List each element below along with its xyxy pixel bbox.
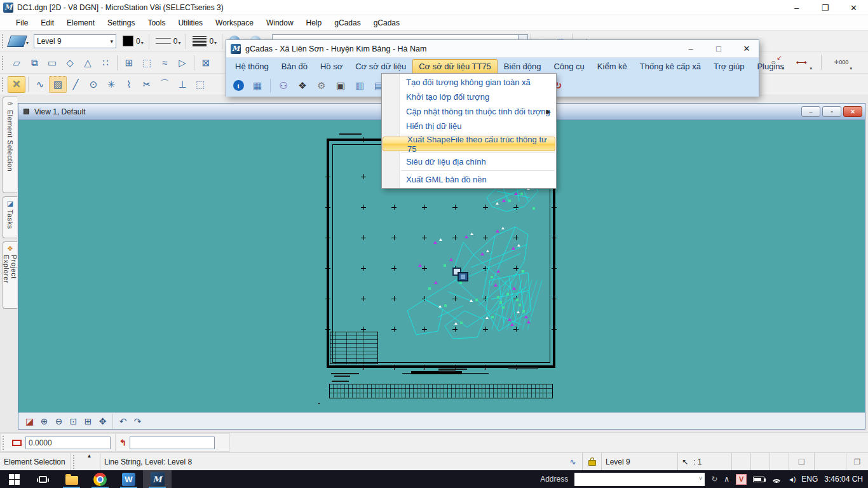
- menu-item-tao-doi-tuong-khong-gian[interactable]: Tạo đối tượng không gian toàn xã: [382, 75, 556, 90]
- gcadas-menu-ban-do[interactable]: Bản đồ: [275, 59, 314, 74]
- gcadas-menu-bien-dong[interactable]: Biến động: [498, 59, 548, 74]
- snap-mode-icon[interactable]: ∿: [564, 453, 583, 470]
- gcadas-menu-he-thong[interactable]: Hệ thống: [229, 59, 275, 74]
- gcadas-menu-co-so-du-lieu[interactable]: Cơ sở dữ liệu: [349, 59, 412, 74]
- style-dropdown-caret[interactable]: ▾: [178, 40, 180, 46]
- place-polyline-icon[interactable]: ⌇: [120, 76, 138, 93]
- window-area-icon[interactable]: ⊡: [66, 414, 81, 428]
- menu-help[interactable]: Help: [301, 17, 328, 29]
- view-close-button[interactable]: ✕: [843, 106, 862, 117]
- element-selection-tool-icon[interactable]: ✕: [8, 76, 25, 93]
- view-next-icon[interactable]: ↷: [130, 414, 145, 428]
- address-caret-icon[interactable]: ˅: [699, 475, 702, 482]
- hatch-area-icon[interactable]: ▨: [49, 76, 67, 93]
- menu-edit[interactable]: Edit: [35, 17, 60, 29]
- gcadas-users-icon[interactable]: ⚇: [275, 78, 292, 94]
- gcadas-titlebar[interactable]: M gCadas - Xã Liên Sơn - Huyện Kim Bảng …: [226, 40, 759, 58]
- status-active-level[interactable]: Level 9: [602, 453, 678, 470]
- fit-view-icon[interactable]: ⊞: [81, 414, 95, 428]
- gcadas-info-icon[interactable]: i: [230, 78, 247, 94]
- stretch-icon[interactable]: ≈: [156, 55, 173, 71]
- menu-gcadas-2[interactable]: gCadas: [368, 17, 405, 29]
- gcadas-menu-co-so-du-lieu-tt75[interactable]: Cơ sở dữ liệu TT75: [412, 59, 498, 74]
- place-arc-icon[interactable]: ⌒: [156, 76, 173, 93]
- menu-workspace[interactable]: Workspace: [210, 17, 259, 29]
- status-tool[interactable]: Element Selection: [0, 453, 71, 470]
- gcadas-menu-kiem-ke[interactable]: Kiểm kê: [591, 59, 634, 74]
- place-line-icon[interactable]: ╱: [67, 76, 85, 93]
- tab-tasks[interactable]: ◪ Tasks: [3, 196, 17, 238]
- template-dropdown-caret[interactable]: ▾: [26, 40, 29, 46]
- gcadas-menu-cong-cu[interactable]: Công cụ: [547, 59, 590, 74]
- dimension-tool-icon[interactable]: ⟷▾: [790, 53, 812, 71]
- toolbar-grip[interactable]: [2, 34, 5, 48]
- design-history-icon[interactable]: ❏: [789, 453, 815, 470]
- active-element-template-icon[interactable]: [7, 36, 27, 47]
- pan-view-icon[interactable]: ✥: [95, 414, 110, 428]
- clipboard-icon[interactable]: ❐: [846, 453, 868, 470]
- gcadas-polygon-icon[interactable]: ❖: [294, 78, 311, 94]
- place-point-icon[interactable]: ✳: [102, 76, 120, 93]
- perpendicular-icon[interactable]: ⊥: [173, 76, 191, 93]
- align-elements-icon[interactable]: ⊞: [120, 55, 138, 71]
- copy-element-icon[interactable]: ⧉: [25, 55, 43, 71]
- status-popup-cell[interactable]: ▲: [79, 453, 100, 470]
- menu-window[interactable]: Window: [261, 17, 299, 29]
- toolbar-grip[interactable]: [3, 436, 6, 450]
- view-minimize-button[interactable]: –: [801, 106, 820, 117]
- element-selection-box-icon[interactable]: ⊠: [197, 55, 215, 71]
- menu-item-xuat-gml-ban-do-nen[interactable]: Xuất GML bản đồ nền: [382, 172, 556, 187]
- zoom-in-icon[interactable]: ⊕: [37, 414, 51, 428]
- view-maximize-button[interactable]: ▫: [822, 106, 841, 117]
- toolbar-grip[interactable]: [2, 78, 5, 92]
- task-view-button[interactable]: [29, 470, 57, 488]
- menu-item-khoi-tao-lop-doi-tuong[interactable]: Khởi tạo lớp đối tượng: [382, 90, 556, 104]
- mirror-element-icon[interactable]: △: [79, 55, 97, 71]
- chrome-button[interactable]: [86, 470, 114, 488]
- menu-settings[interactable]: Settings: [102, 17, 140, 29]
- app-minimize-button[interactable]: –: [782, 0, 811, 15]
- ultraviewer-tray-icon[interactable]: V: [736, 474, 747, 485]
- line-style-icon[interactable]: [156, 36, 171, 46]
- weight-dropdown-caret[interactable]: ▾: [214, 40, 217, 46]
- gcadas-columns-icon[interactable]: ▥: [351, 78, 368, 94]
- view-previous-icon[interactable]: ↶: [116, 414, 130, 428]
- menu-item-hien-thi-du-lieu[interactable]: Hiển thị dữ liệu: [382, 119, 556, 133]
- gcadas-minimize-button[interactable]: –: [684, 42, 698, 55]
- file-explorer-button[interactable]: [57, 470, 86, 488]
- word-button[interactable]: W: [114, 470, 143, 488]
- microstation-taskbar-button[interactable]: M: [143, 470, 172, 488]
- menu-element[interactable]: Element: [61, 17, 100, 29]
- scale-element-icon[interactable]: ◇: [61, 55, 79, 71]
- node-box-icon[interactable]: ⬚: [191, 76, 209, 93]
- menu-item-cap-nhat-thong-tin[interactable]: Cập nhật thông tin thuộc tính đối tượng▶: [382, 104, 556, 119]
- wifi-icon[interactable]: [771, 475, 782, 484]
- gcadas-table-icon[interactable]: ▦: [249, 78, 266, 94]
- move-to-contact-icon[interactable]: ▷: [173, 55, 191, 71]
- intersect-icon[interactable]: ✂: [138, 76, 156, 93]
- gcadas-wrench-icon[interactable]: ⚙: [313, 78, 330, 94]
- tab-project-explorer[interactable]: ❖ Project Explorer: [3, 241, 17, 309]
- language-indicator[interactable]: ENG: [801, 475, 818, 484]
- xyz-text-tool-icon[interactable]: ✛000▾: [831, 53, 852, 71]
- gcadas-menu-thong-ke-cap-xa[interactable]: Thống kê cấp xã: [634, 59, 707, 74]
- menu-item-sieu-du-lieu-dia-chinh[interactable]: Siêu dữ liệu địa chính: [382, 154, 556, 169]
- address-go-icon[interactable]: ↻: [711, 475, 717, 484]
- gcadas-close-button[interactable]: ✕: [740, 42, 754, 55]
- place-circle-icon[interactable]: ⊙: [85, 76, 102, 93]
- start-button[interactable]: [0, 470, 29, 488]
- locks-icon[interactable]: [583, 453, 602, 470]
- tray-expand-icon[interactable]: ∧: [724, 475, 729, 484]
- active-color-swatch[interactable]: [123, 36, 133, 46]
- accudraw-angle-input[interactable]: [130, 437, 215, 449]
- battery-icon[interactable]: [753, 477, 764, 482]
- gcadas-maximize-button[interactable]: □: [712, 42, 726, 55]
- clock[interactable]: 3:46:04 CH: [824, 475, 863, 484]
- modify-vertex-icon[interactable]: ∿: [31, 76, 49, 93]
- color-dropdown-caret[interactable]: ▾: [141, 40, 144, 46]
- app-close-button[interactable]: ✕: [839, 0, 868, 15]
- accudraw-x-input[interactable]: [25, 437, 111, 449]
- toolbar-grip[interactable]: [2, 56, 5, 70]
- menu-item-xuat-shapefile-tt75[interactable]: Xuất ShapeFile theo cấu trúc thông tư 75: [383, 137, 555, 151]
- menu-file[interactable]: File: [10, 17, 34, 29]
